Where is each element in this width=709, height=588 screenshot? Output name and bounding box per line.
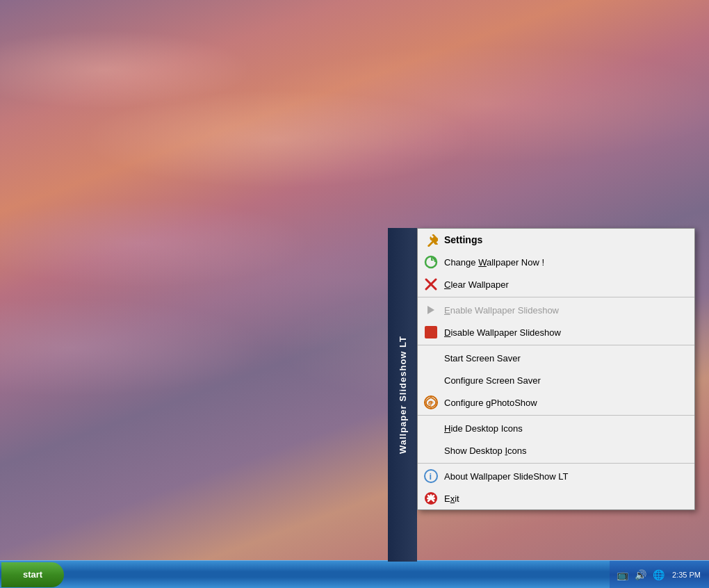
no-icon-4 <box>423 443 439 458</box>
separator-3 <box>418 415 694 416</box>
show-icons-label: Show Desktop Icons <box>444 446 686 456</box>
no-icon-2 <box>423 373 439 388</box>
menu-item-configure-gphotosshow[interactable]: g Configure gPhotoShow <box>418 391 694 414</box>
separator-4 <box>418 463 694 464</box>
configure-gphotosshow-label: Configure gPhotoShow <box>444 398 686 408</box>
disable-slideshow-label: Disable Wallpaper Slideshow <box>444 327 686 338</box>
start-screensaver-label: Start Screen Saver <box>444 353 686 364</box>
start-label: start <box>23 569 42 580</box>
about-label: About Wallpaper SlideShow LT <box>444 471 686 482</box>
change-wallpaper-label: Change Wallpaper Now ! <box>444 257 686 268</box>
separator-2 <box>418 345 694 345</box>
refresh-icon <box>423 254 439 270</box>
svg-text:i: i <box>430 471 432 482</box>
system-tray: 📺 🔊 🌐 2:35 PM <box>610 561 709 589</box>
clock: 2:35 PM <box>669 571 703 579</box>
info-icon: i <box>423 468 439 484</box>
tray-icon-volume[interactable]: 🔊 <box>633 568 647 582</box>
menu-item-disable-slideshow[interactable]: Disable Wallpaper Slideshow <box>418 321 694 343</box>
exit-label: Exit <box>444 493 686 504</box>
svg-text:g: g <box>428 399 432 407</box>
tray-icon-network[interactable]: 🌐 <box>651 568 665 582</box>
menu-item-enable-slideshow: Enable Wallpaper Slideshow <box>418 299 694 321</box>
configure-screensaver-label: Configure Screen Saver <box>444 375 686 386</box>
menu-item-hide-icons[interactable]: Hide Desktop Icons <box>418 417 694 439</box>
x-icon <box>423 277 439 292</box>
menu-item-show-icons[interactable]: Show Desktop Icons <box>418 439 694 462</box>
menu-item-change-wallpaper[interactable]: Change Wallpaper Now ! <box>418 251 694 273</box>
menu-item-clear-wallpaper[interactable]: Clear Wallpaper <box>418 273 694 295</box>
stop-icon <box>423 325 439 340</box>
context-menu-sidebar: Wallpaper Slideshow LT <box>388 228 417 562</box>
svg-marker-3 <box>427 306 434 314</box>
separator-1 <box>418 297 694 297</box>
tray-icon-display[interactable]: 📺 <box>615 568 629 582</box>
enable-slideshow-label: Enable Wallpaper Slideshow <box>444 305 686 316</box>
menu-item-exit[interactable]: Exit <box>418 487 694 509</box>
menu-item-start-screensaver[interactable]: Start Screen Saver <box>418 347 694 369</box>
wrench-icon <box>423 232 439 247</box>
exit-icon <box>423 491 439 506</box>
gphotosshow-icon: g <box>423 395 439 410</box>
hide-icons-label: Hide Desktop Icons <box>444 423 686 434</box>
settings-label: Settings <box>444 234 686 245</box>
sidebar-label: Wallpaper Slideshow LT <box>398 336 408 454</box>
play-disabled-icon <box>423 302 439 318</box>
clear-wallpaper-label: Clear Wallpaper <box>444 279 686 290</box>
context-menu: Settings Change Wallpaper Now ! Clear Wa… <box>417 228 695 510</box>
no-icon-1 <box>423 350 439 366</box>
start-button[interactable]: start <box>1 562 64 587</box>
no-icon-3 <box>423 420 439 436</box>
menu-item-settings[interactable]: Settings <box>418 229 694 251</box>
menu-item-about[interactable]: i About Wallpaper SlideShow LT <box>418 465 694 487</box>
taskbar: start 📺 🔊 🌐 2:35 PM <box>0 560 709 588</box>
menu-item-configure-screensaver[interactable]: Configure Screen Saver <box>418 369 694 391</box>
